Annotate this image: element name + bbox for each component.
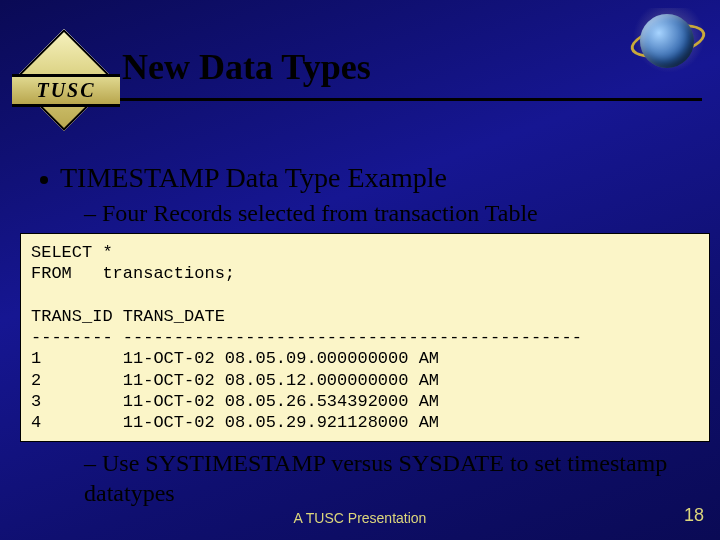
- globe-icon: [628, 8, 710, 80]
- slide-body: TIMESTAMP Data Type Example – Four Recor…: [40, 162, 680, 508]
- page-number: 18: [684, 505, 704, 526]
- bullet-level2-b: – Use SYSTIMESTAMP versus SYSDATE to set…: [84, 448, 680, 508]
- sql-code-block: SELECT * FROM transactions; TRANS_ID TRA…: [20, 233, 710, 442]
- bullet-level1: TIMESTAMP Data Type Example: [40, 162, 680, 194]
- bullet-dot-icon: [40, 176, 48, 184]
- bullet-level1-text: TIMESTAMP Data Type Example: [60, 162, 447, 194]
- bullet-level2-a: – Four Records selected from transaction…: [84, 200, 680, 227]
- brand-text: TUSC: [12, 74, 120, 107]
- slide-title: New Data Types: [122, 46, 371, 88]
- footer-note: A TUSC Presentation: [0, 510, 720, 526]
- title-underline: [102, 98, 702, 101]
- tusc-logo: TUSC: [12, 40, 122, 140]
